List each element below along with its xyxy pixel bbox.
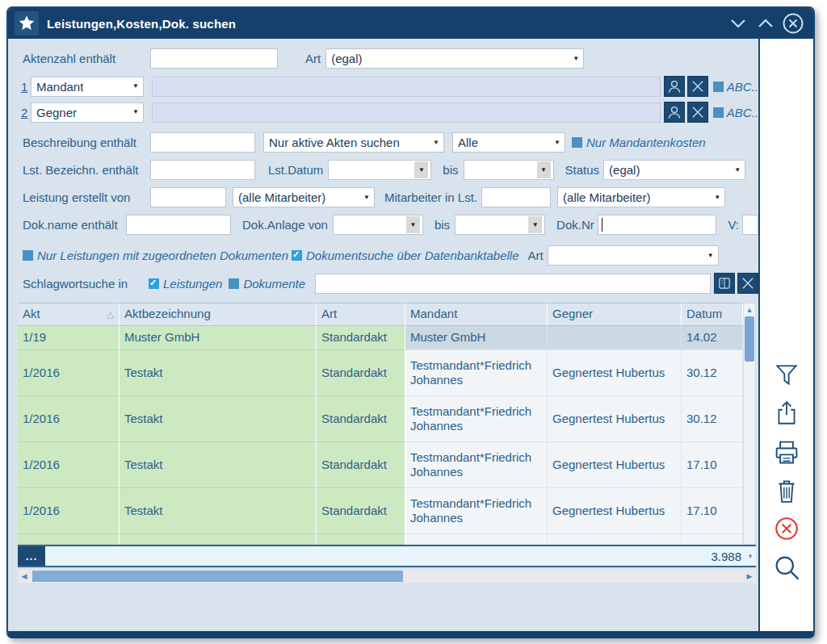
result-count: 3.988	[45, 546, 745, 566]
nur-leistungen-checkbox[interactable]	[23, 250, 33, 261]
close-icon[interactable]	[781, 11, 805, 36]
party2-index[interactable]: 2	[18, 106, 31, 119]
horizontal-scrollbar[interactable]: ◀ ▶	[18, 570, 756, 583]
table-row[interactable]: 1/2016 Testakt Standardakt Testmandant*F…	[18, 350, 743, 396]
scroll-right-icon[interactable]: ▶	[743, 570, 756, 583]
dropdown-arrow-icon: ▼	[131, 109, 141, 115]
dropdown-arrow-icon: ▼	[431, 140, 441, 146]
art-label: Art	[300, 52, 321, 65]
party2-type-select[interactable]: Gegner ▼	[31, 102, 144, 123]
table-row[interactable]: 1/2016 Testakt Standardakt Testmandant*F…	[18, 442, 743, 488]
column-header-datum[interactable]: Datum	[682, 303, 743, 326]
titlebar: Leistungen,Kosten,Dok. suchen	[8, 8, 813, 39]
row-gegner: 2 Gegner ▼ ABC..	[18, 102, 758, 123]
nur-mandantenkosten-checkbox[interactable]	[572, 137, 582, 148]
scroll-down-icon[interactable]: ▾	[745, 546, 756, 566]
dok-anlage-von-select[interactable]: ▼	[333, 215, 423, 235]
nur-mandantenkosten-label: Nur Mandantenkosten	[586, 136, 706, 149]
lst-datum-label: Lst.Datum	[263, 163, 323, 177]
schlagwort-leistungen-checkbox[interactable]	[149, 278, 159, 289]
abc-label-2: ABC..	[727, 106, 758, 119]
row-beschreibung: Beschreibung enthält Nur aktive Akten su…	[18, 132, 758, 153]
delete-icon[interactable]	[773, 477, 800, 504]
party1-type-select[interactable]: Mandant ▼	[31, 77, 144, 97]
bis-label-1: bis	[438, 163, 458, 177]
chevron-up-icon[interactable]	[754, 11, 778, 36]
row-aktenzahl: Aktenzahl enthält Art (egal) ▼	[18, 48, 758, 69]
more-button[interactable]: ...	[18, 546, 45, 566]
table-row[interactable]: 1/19 Muster GmbH Standardakt Muster GmbH…	[18, 326, 743, 350]
desktop: Leistungen,Kosten,Dok. suchen Aktenzahl …	[0, 0, 827, 644]
print-icon[interactable]	[772, 437, 801, 466]
sort-asc-icon: △	[107, 309, 114, 320]
status-select[interactable]: (egal) ▼	[603, 160, 745, 180]
dialog-body: Aktenzahl enthält Art (egal) ▼ 1 Mandant…	[8, 39, 813, 631]
clear-gegner-button[interactable]	[687, 102, 708, 123]
table-row[interactable]: 1/2016 Testakt Standardakt Testmandant*F…	[18, 396, 743, 442]
dok-nr-input[interactable]	[598, 215, 717, 235]
dok-anlage-bis-select[interactable]: ▼	[455, 215, 545, 235]
dropdown-arrow-icon: ▼	[552, 140, 562, 146]
leistung-erstellt-input[interactable]	[150, 187, 226, 207]
party1-index[interactable]: 1	[18, 80, 31, 94]
dialog-content: Aktenzahl enthält Art (egal) ▼ 1 Mandant…	[8, 39, 758, 631]
mandant-input[interactable]	[152, 77, 661, 97]
column-header-gegner[interactable]: Gegner	[548, 303, 682, 326]
clear-schlagwort-button[interactable]	[737, 273, 758, 294]
mitarbeiter-in-lst-label: Mitarbeiter in Lst.	[380, 190, 477, 204]
chevron-down-icon[interactable]	[726, 11, 750, 36]
table-row[interactable]: 1/2016 Testakt Standardakt Testmandant*F…	[18, 488, 743, 534]
book-button[interactable]	[714, 273, 735, 294]
scroll-left-icon[interactable]: ◀	[18, 570, 31, 583]
horizontal-scroll-track[interactable]	[31, 570, 743, 583]
person-lookup-button[interactable]	[664, 102, 685, 123]
row-leistung-erstellt: Leistung erstellt von (alle Mitarbeiter)…	[18, 187, 758, 207]
dok-name-input[interactable]	[126, 215, 231, 235]
schlagwort-dokumente-checkbox[interactable]	[229, 278, 239, 289]
row-schlagwort: Schlagwortsuche in Leistungen Dokumente	[18, 273, 758, 294]
schlagwort-leistungen-label: Leistungen	[163, 277, 222, 291]
column-header-art[interactable]: Art	[317, 303, 405, 326]
lst-datum-von-select[interactable]: ▼	[328, 160, 431, 180]
dokumentsuche-checkbox[interactable]	[292, 250, 302, 261]
mitarbeiter1-select[interactable]: (alle Mitarbeiter) ▼	[233, 187, 375, 207]
person-lookup-button[interactable]	[664, 76, 685, 97]
aktenzahl-input[interactable]	[150, 48, 278, 69]
schlagwort-input[interactable]	[315, 274, 711, 294]
table-vertical-scrollbar[interactable]: ▲	[743, 303, 756, 545]
abc-checkbox-1[interactable]	[713, 82, 724, 92]
beschreibung-input[interactable]	[150, 132, 255, 153]
alle-filter-select[interactable]: Alle ▼	[452, 132, 565, 153]
dropdown-arrow-icon: ▼	[733, 167, 742, 174]
dropdown-arrow-icon: ▼	[712, 194, 722, 201]
export-icon[interactable]	[773, 399, 800, 427]
scroll-up-icon[interactable]: ▲	[744, 303, 755, 316]
abc-label-1: ABC..	[727, 80, 758, 94]
clear-mandant-button[interactable]	[687, 76, 708, 97]
column-header-akt[interactable]: Akt△	[18, 303, 120, 326]
art-tabelle-select[interactable]: ▼	[548, 245, 719, 266]
dropdown-arrow-icon: ▼	[537, 161, 551, 178]
lst-datum-bis-select[interactable]: ▼	[464, 160, 554, 180]
window-title: Leistungen,Kosten,Dok. suchen	[47, 17, 236, 31]
cancel-icon[interactable]	[773, 515, 800, 542]
row-dokname: Dok.name enthält Dok.Anlage von ▼ bis ▼ …	[18, 215, 758, 235]
lst-bezeichn-input[interactable]	[150, 160, 255, 180]
art-select[interactable]: (egal) ▼	[325, 48, 584, 69]
gegner-input[interactable]	[152, 102, 661, 123]
abc-checkbox-2[interactable]	[713, 107, 724, 118]
dok-nr-label: Dok.Nr	[552, 218, 594, 232]
column-header-aktbezeichnung[interactable]: Aktbezeichnung	[120, 303, 317, 326]
filter-icon[interactable]	[773, 362, 800, 389]
column-header-mandant[interactable]: Mandant	[405, 303, 548, 326]
version-input[interactable]	[742, 215, 758, 235]
akten-filter-select[interactable]: Nur aktive Akten suchen ▼	[263, 132, 444, 153]
result-footer: ... 3.988 ▾	[18, 545, 756, 567]
lst-bezeichn-label: Lst. Bezeichn. enthält	[18, 163, 150, 177]
mitarbeiter-in-lst-input[interactable]	[481, 187, 551, 207]
mitarbeiter2-select[interactable]: (alle Mitarbeiter) ▼	[557, 187, 725, 207]
horizontal-scroll-thumb[interactable]	[32, 571, 403, 582]
search-icon[interactable]	[772, 553, 801, 582]
vertical-scroll-thumb[interactable]	[745, 316, 754, 362]
dok-name-label: Dok.name enthält	[18, 218, 126, 232]
